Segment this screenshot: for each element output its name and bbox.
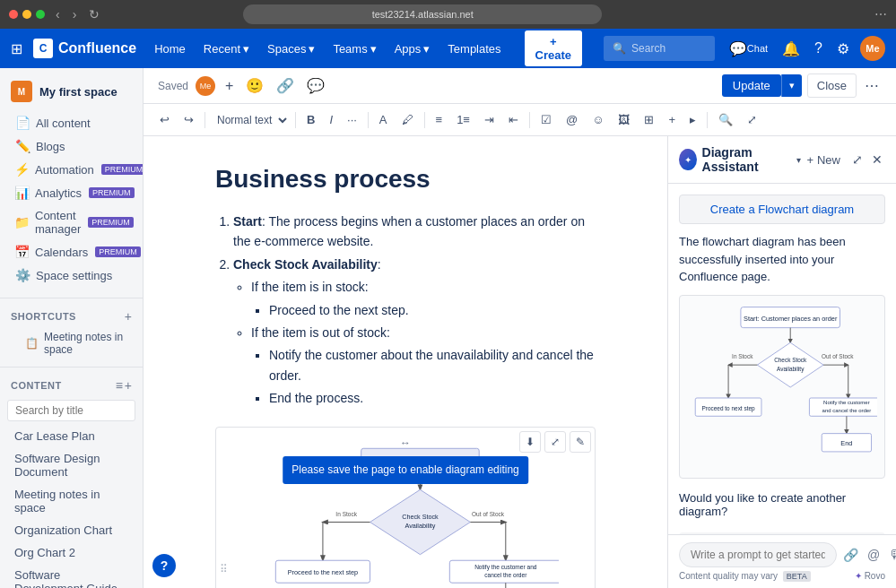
indent-button[interactable]: ⇥ — [479, 110, 500, 129]
editor-content[interactable]: Business process Start: The process begi… — [144, 136, 667, 588]
sidebar-item-all-content[interactable]: 📄 All content — [4, 111, 139, 134]
drag-handle[interactable]: ⠿ — [216, 561, 231, 578]
bold-button[interactable]: B — [301, 110, 320, 129]
more-insert-button[interactable]: ▸ — [684, 110, 701, 129]
browser-url-bar[interactable]: test23214.atlassian.net — [243, 4, 602, 24]
sidebar-item-meeting-notes[interactable]: 📋 Meeting notes in space — [4, 327, 139, 359]
undo-button[interactable]: ↩ — [154, 110, 175, 129]
sidebar-item-software-design[interactable]: Software Design Document — [4, 447, 139, 483]
content-add-button[interactable]: + — [125, 378, 132, 393]
bullet-list-button[interactable]: ≡ — [431, 110, 448, 129]
outdent-button[interactable]: ⇤ — [503, 110, 524, 129]
expand-icon[interactable]: ↔ — [400, 435, 411, 452]
new-diagram-button[interactable]: + New — [801, 150, 846, 169]
search-bar[interactable]: 🔍 — [604, 36, 715, 61]
panel-link-button[interactable]: 🔗 — [840, 545, 861, 565]
text-color-button[interactable]: A — [374, 110, 393, 129]
browser-reload-button[interactable]: ↻ — [85, 5, 103, 23]
sidebar-item-blogs[interactable]: ✏️ Blogs — [4, 134, 139, 158]
italic-button[interactable]: I — [324, 110, 338, 129]
table-button[interactable]: ⊞ — [639, 110, 659, 129]
nav-home-link[interactable]: Home — [147, 39, 193, 59]
notifications-button[interactable]: 🔔 — [779, 37, 804, 61]
diagram-download-button[interactable]: ⬇ — [519, 431, 541, 453]
confluence-logo-text: Confluence — [58, 40, 136, 56]
browser-forward-button[interactable]: › — [69, 5, 81, 23]
sidebar-item-automation[interactable]: ⚡ Automation PREMIUM — [4, 158, 139, 181]
diagram-assistant-icon: ✦ — [679, 149, 697, 170]
search-input[interactable] — [631, 42, 706, 55]
browser-extensions-button[interactable]: ⋯ — [874, 7, 887, 22]
create-flowchart-button[interactable]: Create a Flowchart diagram — [679, 195, 885, 224]
emoji-insert-button[interactable]: ☺ — [587, 110, 609, 129]
sidebar-item-calendars[interactable]: 📅 Calendars PREMIUM — [4, 240, 139, 264]
browser-minimize-dot[interactable] — [22, 10, 31, 19]
diagram-edit-button[interactable]: ✎ — [570, 431, 591, 453]
link-button[interactable]: 🔗 — [274, 74, 297, 97]
ordered-list-button[interactable]: 1≡ — [451, 110, 475, 129]
sidebar-item-analytics[interactable]: 📊 Analytics PREMIUM — [4, 181, 139, 204]
redo-button[interactable]: ↪ — [178, 110, 199, 129]
more-options-button[interactable]: ⋯ — [862, 74, 882, 97]
nav-recent-link[interactable]: Recent ▾ — [196, 39, 257, 59]
nav-teams-link[interactable]: Teams ▾ — [326, 39, 383, 59]
close-button[interactable]: Close — [807, 74, 857, 98]
nav-spaces-link[interactable]: Spaces ▾ — [260, 39, 322, 59]
browser-close-dot[interactable] — [9, 10, 18, 19]
image-button[interactable]: 🖼 — [613, 110, 635, 129]
panel-mic-button[interactable]: 🎙 — [886, 545, 896, 565]
page-title[interactable]: Business process — [215, 165, 596, 194]
mention-button[interactable]: @ — [561, 110, 583, 129]
sidebar-item-label: Automation — [35, 163, 94, 177]
help-button[interactable]: ? — [152, 554, 176, 577]
content-list: Start: The process begins when a custome… — [215, 212, 596, 409]
user-avatar[interactable]: Me — [860, 36, 885, 61]
grid-icon[interactable]: ⊞ — [11, 40, 22, 57]
new-label: New — [817, 153, 840, 167]
find-button[interactable]: 🔍 — [713, 110, 738, 129]
sidebar-search-input[interactable] — [7, 400, 135, 421]
shortcuts-add-button[interactable]: + — [125, 309, 132, 324]
create-button[interactable]: + Create — [525, 30, 582, 66]
sidebar-item-org-chart-2[interactable]: Org Chart 2 — [4, 541, 139, 564]
sidebar-space-header[interactable]: M My first space — [0, 75, 143, 108]
editor-avatar[interactable]: Me — [196, 76, 215, 96]
editor-body[interactable]: Start: The process begins when a custome… — [215, 212, 596, 588]
sidebar-item-software-dev[interactable]: Software Development Guide — [4, 564, 139, 588]
sidebar-item-meeting-notes-page[interactable]: Meeting notes in space — [4, 483, 139, 519]
toolbar-separator-1 — [204, 112, 205, 128]
settings-button[interactable]: ⚙ — [833, 37, 853, 61]
more-formatting-button[interactable]: ··· — [342, 110, 362, 129]
nav-templates-link[interactable]: Templates — [440, 39, 508, 59]
nav-apps-link[interactable]: Apps ▾ — [387, 39, 438, 59]
browser-maximize-dot[interactable] — [36, 10, 45, 19]
new-icon: + — [806, 153, 813, 167]
browser-back-button[interactable]: ‹ — [52, 5, 64, 23]
diagram-expand-button[interactable]: ⤢ — [544, 431, 566, 453]
expand-toolbar-button[interactable]: ⤢ — [742, 110, 762, 129]
comments-button[interactable]: 💬 — [304, 74, 327, 97]
action-item-button[interactable]: ☑ — [535, 110, 557, 129]
panel-footer: 🔗 @ 🎙 ↑ Content quality may vary BETA — [668, 534, 896, 588]
update-button[interactable]: Update — [722, 74, 781, 97]
content-filter-button[interactable]: ≡ — [116, 378, 123, 393]
sidebar-item-space-settings[interactable]: ⚙️ Space settings — [4, 264, 139, 287]
editor-toolbar-top: Saved Me + 🙂 🔗 💬 Update ▾ Close ⋯ — [144, 68, 896, 104]
panel-close-button[interactable]: ✕ — [869, 150, 885, 169]
sidebar-item-org-chart[interactable]: Organization Chart — [4, 519, 139, 541]
chat-button[interactable]: 💬 Chat — [726, 37, 771, 61]
sidebar-item-content-manager[interactable]: 📁 Content manager PREMIUM — [4, 204, 139, 240]
panel-external-link-button[interactable]: ⤢ — [849, 150, 866, 169]
emoji-button[interactable]: 🙂 — [243, 74, 266, 97]
insert-button[interactable]: + — [663, 110, 681, 129]
panel-prompt-input[interactable] — [679, 542, 837, 567]
highlight-button[interactable]: 🖊 — [396, 110, 419, 129]
help-button[interactable]: ? — [811, 37, 826, 60]
sidebar-item-car-lease[interactable]: Car Lease Plan — [4, 425, 139, 447]
svg-text:Out of Stock: Out of Stock — [822, 352, 854, 359]
confluence-logo[interactable]: C Confluence — [33, 39, 136, 58]
text-style-select[interactable]: Normal text — [211, 110, 290, 130]
add-collaborator-button[interactable]: + — [222, 75, 236, 97]
panel-mention-button[interactable]: @ — [865, 545, 883, 565]
update-dropdown-button[interactable]: ▾ — [781, 74, 802, 97]
